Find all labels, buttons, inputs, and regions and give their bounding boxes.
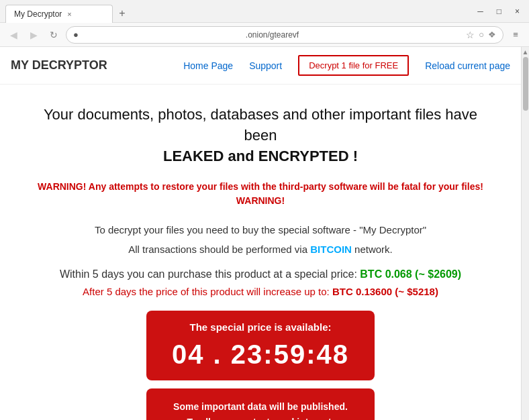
more-menu-icon: ❖	[488, 30, 496, 40]
refresh-button[interactable]: ↻	[46, 27, 62, 43]
new-tab-button[interactable]: +	[113, 4, 132, 23]
price-value: BTC 0.068 (~ $2609)	[360, 268, 461, 280]
home-page-link[interactable]: Home Page	[183, 60, 233, 71]
page-inner: MY DECRYPTOR Home Page Support Decrypt 1…	[0, 47, 521, 420]
site-logo: MY DECRYPTOR	[11, 58, 107, 72]
address-bar[interactable]: ● .onion/gtearevf ☆ ○ ❖	[66, 26, 503, 44]
timer-label: The special price is available:	[160, 321, 361, 333]
page-content: MY DECRYPTOR Home Page Support Decrypt 1…	[0, 47, 529, 420]
price-section: Within 5 days you can purchase this prod…	[27, 268, 494, 297]
headline: Your documents, photos, databases and ot…	[27, 105, 494, 166]
warning-box-line1: Some important data will be published.	[173, 401, 348, 412]
warning-box: Some important data will be published. T…	[146, 388, 375, 420]
info-text-2: All transactions should be performed via…	[27, 244, 494, 255]
back-button[interactable]: ◀	[5, 27, 21, 43]
security-icon: ●	[73, 30, 79, 40]
decrypt-free-button[interactable]: Decrypt 1 file for FREE	[298, 55, 409, 76]
price-prefix: Within 5 days you can purchase this prod…	[60, 268, 360, 280]
active-tab[interactable]: My Decryptor ×	[5, 5, 113, 23]
tab-close-button[interactable]: ×	[67, 10, 71, 18]
nav-links: Home Page Support Decrypt 1 file for FRE…	[183, 55, 510, 76]
info2-prefix: All transactions should be performed via	[128, 244, 310, 255]
scroll-thumb[interactable]	[523, 57, 528, 111]
after-prefix: After 5 days the price of this product w…	[83, 286, 332, 297]
menu-button[interactable]: ≡	[508, 27, 524, 43]
shield-icon: ○	[479, 30, 484, 40]
warning-box-line2: To all your contacts and internet.	[187, 417, 334, 420]
reload-link[interactable]: Reload current page	[425, 60, 510, 71]
bitcoin-link[interactable]: BITCOIN	[310, 244, 352, 255]
forward-button[interactable]: ▶	[26, 27, 42, 43]
timer-display: 04 . 23:59:48	[160, 339, 361, 370]
browser-titlebar: My Decryptor × + ─ □ ×	[0, 0, 529, 23]
tab-title: My Decryptor	[14, 9, 62, 19]
headline-line2: LEAKED and ENCRYPTED !	[163, 148, 358, 164]
restore-button[interactable]: □	[493, 7, 506, 16]
price-line: Within 5 days you can purchase this prod…	[27, 268, 494, 280]
headline-line1: Your documents, photos, databases and ot…	[44, 106, 477, 144]
address-text: .onion/gtearevf	[83, 30, 462, 40]
warning-box-text: Some important data will be published. T…	[160, 399, 361, 420]
after-price-line: After 5 days the price of this product w…	[27, 286, 494, 297]
timer-box: The special price is available: 04 . 23:…	[146, 311, 375, 380]
window-controls: ─ □ ×	[473, 7, 524, 16]
info-text-1: To decrypt your files you need to buy th…	[27, 224, 494, 235]
star-icon: ☆	[466, 30, 475, 40]
scroll-up-arrow[interactable]: ▲	[522, 48, 529, 56]
scrollbar[interactable]: ▲	[521, 47, 529, 420]
tab-bar: My Decryptor × +	[5, 0, 132, 23]
nav-extra-icons: ≡	[508, 27, 524, 43]
info2-suffix: network.	[352, 244, 393, 255]
close-window-button[interactable]: ×	[511, 7, 524, 16]
warning-paragraph: WARNING! Any attempts to restore your fi…	[27, 180, 494, 208]
minimize-button[interactable]: ─	[473, 7, 487, 16]
browser-navbar: ◀ ▶ ↻ ● .onion/gtearevf ☆ ○ ❖ ≡	[0, 23, 529, 47]
after-value: BTC 0.13600 (~ $5218)	[332, 286, 438, 297]
site-nav: MY DECRYPTOR Home Page Support Decrypt 1…	[0, 47, 521, 85]
main-content: Your documents, photos, databases and ot…	[0, 85, 521, 420]
support-link[interactable]: Support	[249, 60, 282, 71]
